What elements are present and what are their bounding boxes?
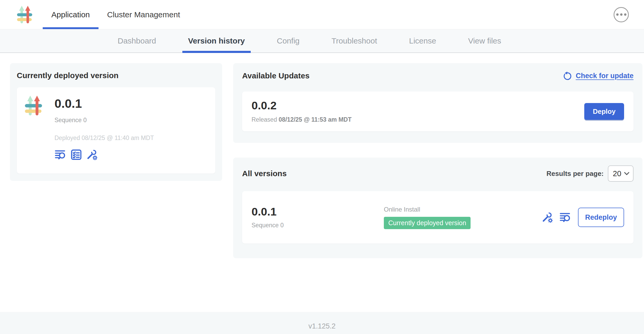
all-versions-title: All versions	[242, 169, 287, 178]
subnav-item-view-files[interactable]: View files	[462, 29, 507, 52]
subnav-item-dashboard[interactable]: Dashboard	[112, 29, 162, 52]
check-for-update-link[interactable]: Check for update	[563, 71, 634, 80]
deployed-version-label: 0.0.1	[54, 97, 154, 110]
ellipsis-icon	[616, 13, 619, 16]
redeploy-button[interactable]: Redeploy	[578, 208, 624, 227]
preflight-checks-icon[interactable]	[70, 149, 82, 161]
edit-config-icon[interactable]	[86, 149, 97, 160]
install-type-label: Online Install	[384, 206, 471, 213]
footer: v1.125.2	[0, 312, 644, 334]
chevron-down-icon	[624, 172, 629, 175]
refresh-icon	[563, 71, 572, 80]
deployed-timestamp: Deployed 08/12/25 @ 11:40 am MDT	[54, 134, 154, 142]
results-per-page-select[interactable]: 20	[608, 165, 634, 182]
released-date: 08/12/25 @ 11:53 am MDT	[279, 116, 352, 123]
tab-cluster-management[interactable]: Cluster Management	[99, 0, 189, 29]
primary-tabs: Application Cluster Management	[43, 0, 189, 29]
console-version-label: v1.125.2	[308, 322, 336, 330]
ellipsis-icon	[624, 13, 626, 16]
deployed-version-actions	[54, 149, 154, 161]
deploy-button[interactable]: Deploy	[584, 103, 624, 120]
deployed-version-card: 0.0.1 Sequence 0 Deployed 08/12/25 @ 11:…	[17, 87, 215, 174]
more-options-button[interactable]	[614, 7, 629, 22]
available-updates-section: Available Updates Check for update 0.0.2…	[233, 63, 642, 143]
results-per-page-label: Results per page:	[547, 170, 604, 178]
edit-config-icon[interactable]	[541, 212, 553, 223]
subnav-item-config[interactable]: Config	[271, 29, 305, 52]
app-subnav: Dashboard Version history Config Trouble…	[0, 29, 644, 53]
ellipsis-icon	[620, 13, 623, 16]
subnav-item-license[interactable]: License	[403, 29, 442, 52]
top-header: Application Cluster Management	[0, 0, 644, 29]
deployed-sequence-label: Sequence 0	[54, 117, 154, 124]
row-sequence-label: Sequence 0	[252, 222, 384, 229]
available-update-row: 0.0.2 Released 08/12/25 @ 11:53 am MDT D…	[242, 91, 634, 131]
diff-icon[interactable]	[559, 211, 571, 223]
subnav-item-version-history[interactable]: Version history	[182, 29, 251, 52]
subnav-item-troubleshoot[interactable]: Troubleshoot	[326, 29, 383, 52]
version-row: 0.0.1 Sequence 0 Online Install Currentl…	[242, 191, 634, 244]
update-version-label: 0.0.2	[252, 100, 352, 111]
currently-deployed-badge: Currently deployed version	[384, 217, 471, 229]
app-logo-icon	[25, 95, 43, 117]
results-per-page-value: 20	[613, 169, 621, 178]
diff-icon[interactable]	[54, 149, 67, 161]
app-logo-icon	[17, 5, 34, 25]
currently-deployed-section: Currently deployed version 0.0.1 Sequenc…	[10, 63, 222, 181]
row-version-label: 0.0.1	[252, 206, 384, 217]
released-timestamp: Released 08/12/25 @ 11:53 am MDT	[252, 116, 352, 123]
released-prefix: Released	[252, 116, 279, 123]
all-versions-section: All versions Results per page: 20 0.0.1 …	[233, 158, 642, 258]
check-for-update-label: Check for update	[576, 72, 634, 80]
available-updates-title: Available Updates	[242, 71, 309, 80]
currently-deployed-title: Currently deployed version	[17, 71, 215, 80]
tab-application[interactable]: Application	[43, 0, 99, 29]
